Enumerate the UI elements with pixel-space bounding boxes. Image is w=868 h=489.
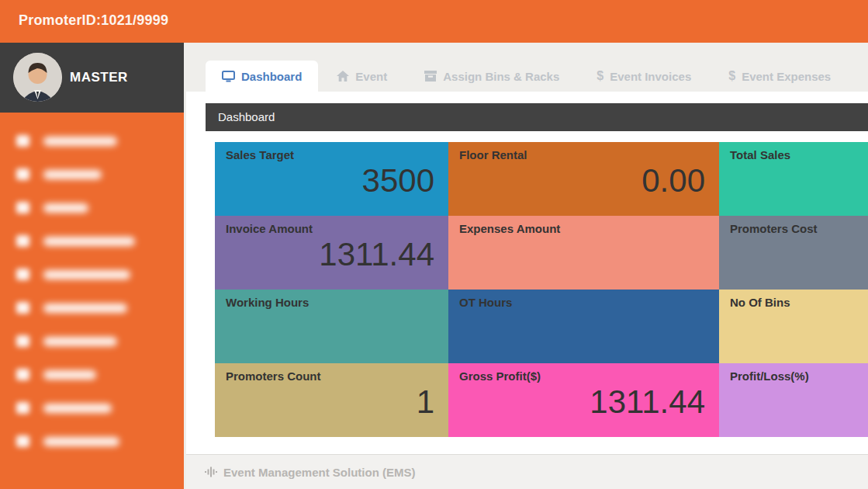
footer-app-name: Event Management Solution (EMS) <box>223 466 416 479</box>
tile-gross-profit: Gross Profit($)1311.44 <box>448 363 719 437</box>
sidebar-item-1-blurred[interactable] <box>0 124 184 158</box>
home-icon <box>337 71 349 82</box>
footer-bar: Event Management Solution (EMS) <box>186 454 868 489</box>
tile-value: 1311.44 <box>319 235 434 272</box>
tile-label: OT Hours <box>459 296 708 309</box>
sidebar: MASTER <box>0 43 184 489</box>
sidebar-item-label-blurred <box>43 337 117 346</box>
sidebar-item-icon <box>16 135 29 147</box>
tile-label: Gross Profit($) <box>459 369 708 383</box>
tile-total-sales: Total Sales <box>719 142 868 216</box>
tab-label: Event <box>355 70 387 83</box>
tab-strip: DashboardEventAssign Bins & Racks$Event … <box>206 61 868 92</box>
tile-label: Floor Rental <box>459 148 708 161</box>
content-card: Dashboard Sales Target3500Floor Rental0.… <box>186 92 868 454</box>
sidebar-item-6-blurred[interactable] <box>0 291 184 324</box>
sidebar-item-icon <box>16 202 29 213</box>
sidebar-item-icon <box>16 168 29 180</box>
panel-title: Dashboard <box>206 103 868 131</box>
tab-label: Event Invoices <box>610 70 691 83</box>
sidebar-item-3-blurred[interactable] <box>0 191 184 224</box>
sidebar-item-icon <box>16 302 29 314</box>
tile-profit-loss: Profit/Loss(%) <box>719 363 868 437</box>
sidebar-item-10-blurred[interactable] <box>0 425 184 458</box>
tile-invoice-amount: Invoice Amount1311.44 <box>215 216 448 290</box>
sidebar-item-7-blurred[interactable] <box>0 324 184 358</box>
sidebar-item-label-blurred <box>43 303 127 313</box>
tab-event[interactable]: Event <box>318 61 406 92</box>
tile-value: 3500 <box>362 161 434 199</box>
tab-event-expenses[interactable]: $Event Expenses <box>710 61 849 92</box>
sidebar-item-label-blurred <box>43 170 102 179</box>
equalizer-icon <box>204 465 218 479</box>
sidebar-item-label-blurred <box>43 437 119 446</box>
tile-label: Sales Target <box>226 148 437 161</box>
tile-sales-target: Sales Target3500 <box>215 142 448 216</box>
monitor-icon <box>222 71 235 82</box>
tile-label: Invoice Amount <box>226 222 437 235</box>
tile-value: 1311.44 <box>590 383 705 420</box>
panel-body: Sales Target3500Floor Rental0.00Total Sa… <box>206 131 868 446</box>
tile-label: Expenses Amount <box>459 222 708 235</box>
tab-dashboard[interactable]: Dashboard <box>206 61 318 92</box>
sidebar-item-label-blurred <box>43 370 96 380</box>
tile-promoters-cost: Promoters Cost <box>719 216 868 290</box>
tile-label: No Of Bins <box>730 296 868 309</box>
sidebar-item-icon <box>16 402 29 414</box>
username-label: MASTER <box>70 70 128 85</box>
tile-ot-hours: OT Hours <box>448 290 719 363</box>
tile-label: Total Sales <box>730 148 868 161</box>
sidebar-item-5-blurred[interactable] <box>0 258 184 291</box>
sidebar-item-4-blurred[interactable] <box>0 224 184 258</box>
tab-assign-bins-racks[interactable]: Assign Bins & Racks <box>406 61 578 92</box>
sidebar-item-2-blurred[interactable] <box>0 158 184 191</box>
top-bar: PromoterID:1021/9999 <box>0 0 868 43</box>
sidebar-item-label-blurred <box>43 270 130 279</box>
sidebar-user-header: MASTER <box>0 43 184 113</box>
tile-no-of-bins: No Of Bins <box>719 290 868 363</box>
tile-promoters-count: Promoters Count1 <box>215 363 448 437</box>
kpi-tile-grid: Sales Target3500Floor Rental0.00Total Sa… <box>215 142 868 437</box>
sidebar-item-9-blurred[interactable] <box>0 391 184 425</box>
dashboard-panel: Dashboard Sales Target3500Floor Rental0.… <box>206 103 868 446</box>
sidebar-item-label-blurred <box>43 237 135 246</box>
sidebar-item-icon <box>16 335 29 347</box>
tile-label: Promoters Cost <box>730 222 868 235</box>
tab-label: Assign Bins & Racks <box>443 70 559 83</box>
sidebar-item-icon <box>16 369 29 380</box>
user-avatar <box>13 53 62 102</box>
tile-expenses-amount: Expenses Amount <box>448 216 719 290</box>
tile-label: Working Hours <box>226 296 437 309</box>
main-area: DashboardEventAssign Bins & Racks$Event … <box>184 43 868 489</box>
sidebar-item-label-blurred <box>43 203 88 213</box>
tile-working-hours: Working Hours <box>215 290 448 363</box>
sidebar-item-icon <box>16 435 29 447</box>
dollar-icon: $ <box>728 69 735 83</box>
tile-label: Profit/Loss(%) <box>730 369 868 383</box>
tab-label: Event Expenses <box>742 70 831 83</box>
sidebar-menu <box>0 124 184 458</box>
tab-event-invoices[interactable]: $Event Invoices <box>578 61 710 92</box>
dollar-icon: $ <box>597 69 603 83</box>
sidebar-item-icon <box>16 235 29 247</box>
tab-label: Dashboard <box>241 70 302 83</box>
tile-value: 0.00 <box>641 161 705 199</box>
ems-dashboard-screen: PromoterID:1021/9999 MASTER DashboardEve… <box>0 0 868 489</box>
avatar-illustration <box>13 53 62 102</box>
tile-value: 1 <box>417 383 434 420</box>
archive-icon <box>424 71 437 82</box>
tile-label: Promoters Count <box>226 369 437 383</box>
sidebar-item-label-blurred <box>43 137 117 146</box>
tab-daily-sales[interactable]: $Daily Sales <box>849 61 868 92</box>
tile-floor-rental: Floor Rental0.00 <box>448 142 719 216</box>
promoter-id-label: PromoterID:1021/9999 <box>19 12 168 29</box>
sidebar-item-icon <box>16 269 29 280</box>
sidebar-item-label-blurred <box>43 404 112 413</box>
sidebar-item-8-blurred[interactable] <box>0 358 184 391</box>
